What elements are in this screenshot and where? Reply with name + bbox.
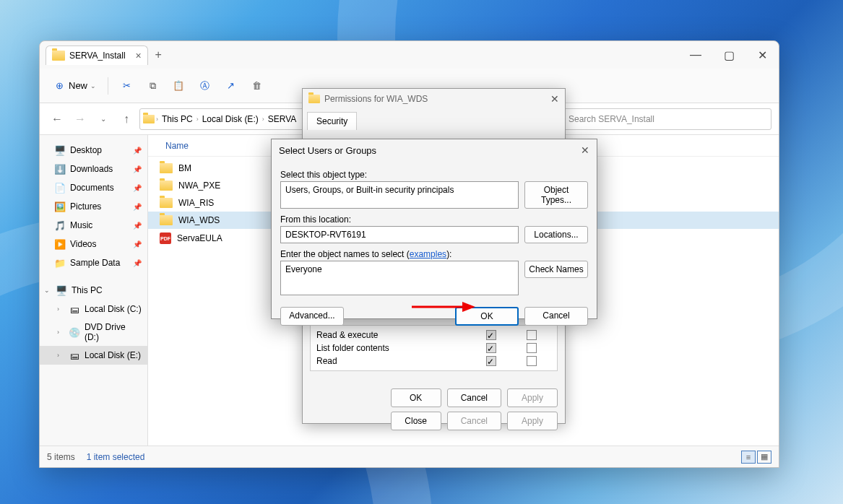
sidebar-item[interactable]: 📁Sample Data📌 [40,253,147,272]
cancel-button[interactable]: Cancel [447,388,501,407]
advanced-button[interactable]: Advanced... [280,307,344,326]
chevron-right-icon[interactable]: › [57,352,64,359]
cancel-button[interactable]: Cancel [524,307,588,326]
sidebar-item-drive[interactable]: ›💿DVD Drive (D:) [40,318,147,346]
object-names-input[interactable] [280,261,519,295]
paste-button[interactable]: 📋 [168,77,189,95]
dialog-footer: Advanced... OK Cancel [272,301,597,333]
folder-icon [308,95,320,103]
chevron-down-icon: ⌄ [90,82,96,90]
dialog-title: Select Users or Groups [279,145,376,156]
location-field: DESKTOP-RVT6191 [280,226,519,243]
ok-button[interactable]: OK [455,307,519,326]
sidebar-item-label: Desktop [70,145,102,155]
share-icon: ↗ [224,79,237,92]
sidebar-item[interactable]: ⬇️Downloads📌 [40,160,147,178]
examples-link[interactable]: examples [410,249,446,259]
drive-icon: 🖴 [69,349,80,361]
sidebar-item-label: Videos [70,239,96,249]
sidebar-item[interactable]: 🎵Music📌 [40,216,147,235]
breadcrumb-item[interactable]: Local Disk (E:) [200,114,261,124]
breadcrumb-item[interactable]: This PC [160,114,195,124]
allow-checkbox[interactable]: ✓ [486,356,496,366]
forward-button[interactable]: → [70,109,90,129]
sidebar-item[interactable]: ▶️Videos📌 [40,235,147,253]
sidebar-item-drive[interactable]: ›🖴Local Disk (E:) [40,346,147,365]
chevron-down-icon[interactable]: ⌄ [44,287,51,294]
object-types-button[interactable]: Object Types... [524,181,588,209]
plus-icon: ⊕ [53,79,66,92]
folder-icon [160,181,173,191]
permission-label: List folder contents [316,343,486,353]
close-tab-icon[interactable]: × [135,50,141,61]
pin-icon: 📌 [133,222,142,230]
nav-icon: 📄 [54,182,66,194]
pin-icon: 📌 [133,147,142,155]
copy-button[interactable]: ⧉ [142,77,163,95]
breadcrumb-item[interactable]: SERVA [266,114,299,124]
sidebar-item[interactable]: 🖼️Pictures📌 [40,197,147,216]
pdf-icon: PDF [160,233,171,244]
nav-pane: 🖥️Desktop📌⬇️Downloads📌📄Documents📌🖼️Pictu… [40,135,148,446]
window-tab[interactable]: SERVA_Install × [46,45,148,65]
details-view-button[interactable]: ≡ [741,451,756,464]
apply-button[interactable]: Apply [507,388,558,407]
search-input[interactable]: Search SERVA_Install [562,108,771,130]
dialog-buttons: OK Cancel Apply [303,384,565,412]
tab-security[interactable]: Security [307,112,357,130]
deny-checkbox[interactable] [527,356,537,366]
sidebar-item-this-pc[interactable]: ⌄🖥️This PC [40,281,147,300]
permission-row: List folder contents ✓ [311,342,557,355]
pin-icon: 📌 [133,240,142,248]
sidebar-item-label: Local Disk (E:) [85,350,141,360]
up-button[interactable]: ↑ [116,109,137,129]
object-type-field: Users, Groups, or Built-in security prin… [280,181,519,209]
delete-button[interactable]: 🗑 [246,77,267,95]
locations-button[interactable]: Locations... [524,226,588,243]
sidebar-item-label: This PC [72,285,103,295]
dialog-titlebar: Permissions for WIA_WDS ✕ [303,89,565,109]
dialog-body: Select this object type: Users, Groups, … [272,161,597,301]
new-label: New [69,80,87,91]
cut-button[interactable]: ✂ [116,77,137,95]
sidebar-item[interactable]: 🖥️Desktop📌 [40,141,147,160]
pc-icon: 🖥️ [56,284,67,296]
selection-count: 1 item selected [87,452,145,462]
nav-icon: 🖼️ [54,201,66,212]
deny-checkbox[interactable] [527,343,537,353]
column-label: Name [165,141,189,151]
minimize-button[interactable]: — [679,41,712,69]
chevron-right-icon: › [262,116,264,123]
allow-checkbox[interactable]: ✓ [486,343,496,353]
tab-strip: Security [303,109,565,130]
ok-button[interactable]: OK [391,388,441,407]
check-names-button[interactable]: Check Names [524,261,588,278]
back-button[interactable]: ← [47,109,67,129]
new-tab-button[interactable]: + [155,48,162,61]
folder-icon [160,163,173,173]
close-button[interactable]: ✕ [745,41,779,69]
recent-button[interactable]: ⌄ [93,109,113,129]
location-label: From this location: [280,214,588,225]
chevron-right-icon: › [196,116,199,123]
cancel-button[interactable]: Cancel [447,412,501,430]
window-controls: — ▢ ✕ [679,41,779,69]
maximize-button[interactable]: ▢ [712,41,745,69]
delete-icon: 🗑 [250,79,263,92]
chevron-right-icon[interactable]: › [57,305,64,313]
pin-icon: 📌 [133,203,142,211]
sidebar-item-drive[interactable]: ›🖴Local Disk (C:) [40,300,147,318]
close-icon[interactable]: ✕ [581,144,589,156]
chevron-right-icon[interactable]: › [57,329,64,336]
tab-title: SERVA_Install [69,51,126,61]
sidebar-item-label: Pictures [70,201,101,212]
select-users-dialog: Select Users or Groups ✕ Select this obj… [271,139,597,319]
sidebar-item[interactable]: 📄Documents📌 [40,178,147,197]
share-button[interactable]: ↗ [220,77,241,95]
new-button[interactable]: ⊕ New ⌄ [48,77,100,95]
apply-button[interactable]: Apply [507,412,558,430]
close-icon[interactable]: ✕ [550,93,559,105]
rename-button[interactable]: Ⓐ [194,77,215,95]
thumbnails-view-button[interactable]: ▦ [757,451,771,464]
close-button[interactable]: Close [391,412,441,430]
